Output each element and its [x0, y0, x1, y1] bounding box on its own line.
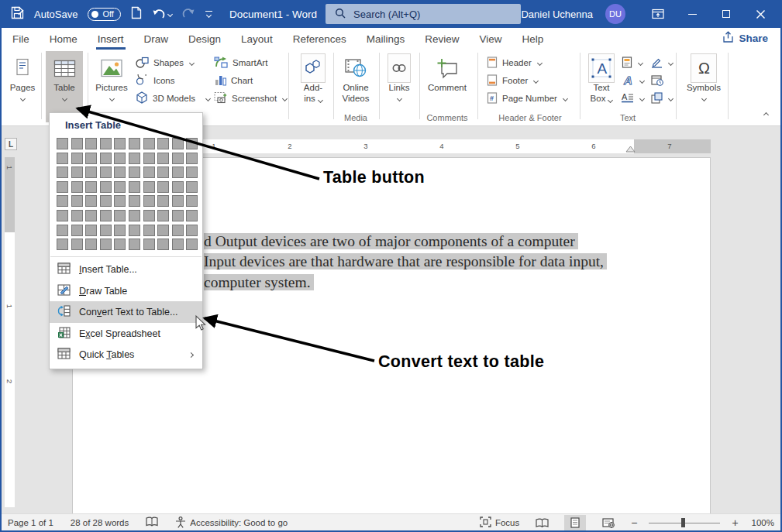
symbols-button[interactable]: Ω Symbols — [684, 51, 724, 122]
grid-cell[interactable] — [172, 166, 184, 178]
grid-cell[interactable] — [186, 138, 198, 149]
grid-cell[interactable] — [186, 153, 198, 164]
grid-cell[interactable] — [143, 210, 155, 221]
tab-help[interactable]: Help — [522, 28, 544, 50]
grid-cell[interactable] — [172, 239, 184, 250]
grid-cell[interactable] — [114, 239, 126, 250]
avatar[interactable]: DU — [605, 4, 625, 24]
grid-cell[interactable] — [57, 138, 68, 149]
grid-cell[interactable] — [157, 225, 169, 236]
icons-button[interactable]: Icons — [136, 74, 175, 88]
grid-cell[interactable] — [71, 153, 83, 164]
focus-button[interactable]: Focus — [480, 517, 519, 529]
zoom-in-button[interactable]: + — [732, 517, 738, 529]
signature-line-button[interactable] — [651, 56, 673, 70]
zoom-slider-handle[interactable] — [681, 518, 685, 527]
grid-cell[interactable] — [85, 239, 97, 250]
grid-cell[interactable] — [143, 225, 155, 236]
customize-quick-access-icon[interactable] — [205, 11, 212, 17]
wordart-button[interactable]: A — [622, 74, 644, 88]
comment-button[interactable]: Comment — [423, 51, 471, 122]
grid-cell[interactable] — [114, 138, 126, 149]
quick-parts-button[interactable] — [622, 56, 642, 70]
grid-cell[interactable] — [129, 181, 140, 193]
tab-review[interactable]: Review — [425, 28, 459, 50]
grid-cell[interactable] — [186, 166, 198, 178]
word-count[interactable]: 28 of 28 words — [71, 518, 129, 527]
footer-button[interactable]: Footer — [487, 74, 538, 88]
tab-mailings[interactable]: Mailings — [367, 28, 405, 50]
grid-cell[interactable] — [71, 195, 83, 207]
chart-button[interactable]: Chart — [214, 74, 253, 88]
grid-cell[interactable] — [57, 153, 68, 164]
grid-cell[interactable] — [71, 166, 83, 178]
grid-cell[interactable] — [172, 138, 184, 149]
grid-cell[interactable] — [85, 153, 97, 164]
tab-view[interactable]: View — [479, 28, 501, 50]
grid-cell[interactable] — [186, 210, 198, 221]
grid-cell[interactable] — [157, 166, 169, 178]
grid-cell[interactable] — [100, 138, 112, 149]
tab-draw[interactable]: Draw — [144, 28, 169, 50]
menu-item-insert-table[interactable]: Insert Table... — [50, 259, 202, 280]
grid-cell[interactable] — [129, 153, 140, 164]
read-mode-button[interactable] — [531, 515, 553, 530]
grid-cell[interactable] — [129, 166, 140, 178]
user-name[interactable]: Daniel Uchenna — [521, 9, 593, 20]
grid-cell[interactable] — [186, 239, 198, 250]
share-button[interactable]: Share — [722, 31, 768, 45]
minimize-button[interactable] — [675, 0, 709, 28]
text-box-button[interactable]: A Text Box — [584, 51, 618, 122]
grid-cell[interactable] — [71, 138, 83, 149]
text-line[interactable]: Input devices are that hardware that are… — [204, 252, 607, 272]
save-icon[interactable] — [11, 6, 24, 22]
tab-design[interactable]: Design — [188, 28, 221, 50]
text-line[interactable]: computer system. — [204, 273, 607, 293]
grid-cell[interactable] — [71, 210, 83, 221]
grid-cell[interactable] — [157, 153, 169, 164]
grid-cell[interactable] — [57, 195, 68, 207]
grid-cell[interactable] — [100, 181, 112, 193]
grid-cell[interactable] — [129, 225, 140, 236]
grid-cell[interactable] — [100, 166, 112, 178]
ribbon-display-options-icon[interactable] — [641, 0, 675, 28]
grid-cell[interactable] — [143, 239, 155, 250]
proofing-icon[interactable] — [146, 517, 158, 529]
grid-cell[interactable] — [114, 166, 126, 178]
object-button[interactable] — [651, 91, 673, 105]
accessibility-status[interactable]: Accessibility: Good to go — [175, 517, 288, 530]
grid-cell[interactable] — [57, 181, 68, 193]
grid-cell[interactable] — [85, 181, 97, 193]
grid-cell[interactable] — [85, 195, 97, 207]
close-button[interactable] — [743, 0, 777, 28]
grid-cell[interactable] — [143, 138, 155, 149]
collapse-ribbon-icon[interactable] — [763, 112, 769, 118]
table-dropdown-icon[interactable] — [61, 95, 67, 101]
grid-cell[interactable] — [172, 195, 184, 207]
menu-item-quick-tables[interactable]: Quick Tables — [50, 345, 202, 366]
grid-cell[interactable] — [129, 210, 140, 221]
search-input[interactable]: Search (Alt+Q) — [326, 4, 521, 24]
tab-selector[interactable]: L — [5, 138, 17, 150]
grid-cell[interactable] — [186, 195, 198, 207]
grid-cell[interactable] — [114, 195, 126, 207]
zoom-level[interactable]: 100% — [752, 518, 774, 527]
grid-cell[interactable] — [143, 181, 155, 193]
undo-dropdown-icon[interactable] — [167, 11, 173, 16]
text-line[interactable]: d Output devices are two of major compon… — [204, 232, 607, 252]
grid-cell[interactable] — [100, 195, 112, 207]
grid-cell[interactable] — [85, 225, 97, 236]
grid-cell[interactable] — [143, 195, 155, 207]
grid-cell[interactable] — [71, 181, 83, 193]
grid-cell[interactable] — [85, 166, 97, 178]
tab-layout[interactable]: Layout — [241, 28, 273, 50]
grid-cell[interactable] — [85, 210, 97, 221]
print-layout-button[interactable] — [564, 515, 586, 530]
tab-insert[interactable]: Insert — [98, 28, 124, 50]
grid-cell[interactable] — [100, 225, 112, 236]
grid-cell[interactable] — [100, 153, 112, 164]
page-number-button[interactable]: # Page Number — [487, 91, 567, 105]
menu-item-draw-table[interactable]: Draw Table — [50, 280, 202, 302]
grid-cell[interactable] — [172, 153, 184, 164]
grid-cell[interactable] — [100, 210, 112, 221]
